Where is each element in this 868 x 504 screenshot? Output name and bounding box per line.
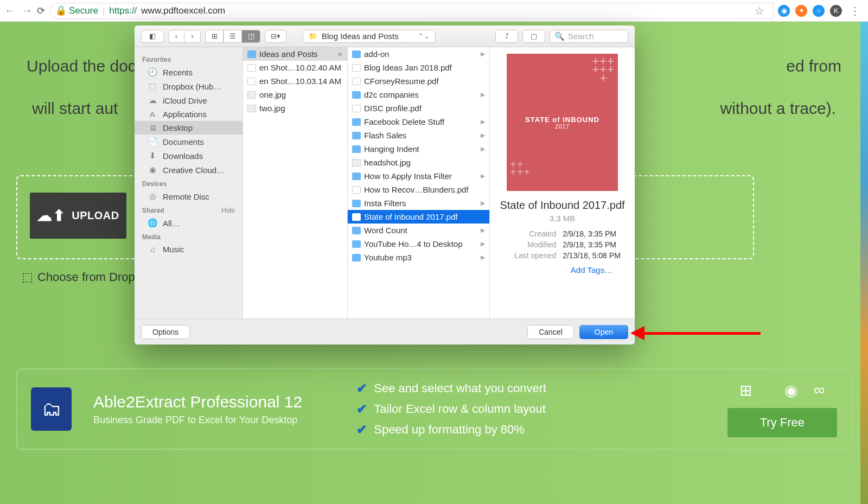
sidebar-item[interactable]: 🖥Desktop <box>135 121 242 135</box>
check-icon: ✔ <box>356 401 367 417</box>
file-row[interactable]: two.jpg <box>243 101 347 115</box>
ubuntu-icon: ◉ <box>784 381 797 399</box>
tags-button[interactable]: ▢ <box>522 30 545 43</box>
dropbox-icon: ⬚ <box>22 270 33 284</box>
sidebar-item[interactable]: 🌐All… <box>135 216 242 230</box>
forward-button[interactable]: → <box>22 4 33 17</box>
open-button[interactable]: Open <box>579 325 628 339</box>
file-row[interactable]: How to Recov…Blunders.pdf <box>348 183 489 196</box>
file-row[interactable]: How to Apply Insta Filter▶ <box>348 169 489 183</box>
sidebar-item[interactable]: ◎Remote Disc <box>135 189 242 203</box>
ext-icon-2[interactable]: ✦ <box>795 5 807 17</box>
file-label: State of Inbound 2017.pdf <box>364 212 458 221</box>
file-label: Insta Filters <box>364 199 406 208</box>
file-row[interactable]: Insta Filters▶ <box>348 196 489 210</box>
meta-key: Created <box>504 229 556 238</box>
browser-menu-icon[interactable]: ⋮ <box>846 4 864 17</box>
cancel-button[interactable]: Cancel <box>527 325 574 339</box>
url-protocol: https:// <box>109 5 137 16</box>
sidebar-item-icon: ⬚ <box>148 81 157 91</box>
file-row[interactable]: Flash Sales▶ <box>348 129 489 142</box>
search-input[interactable]: 🔍 Search <box>550 30 628 43</box>
arrange-button[interactable]: ⊟▾ <box>265 30 286 43</box>
file-row[interactable]: Blog Ideas Jan 2018.pdf <box>348 61 489 74</box>
sidebar-item-label: Recents <box>163 68 193 77</box>
file-label: YouTube Ho…4 to Desktop <box>364 239 463 248</box>
file-row[interactable]: Word Count▶ <box>348 224 489 237</box>
file-label: add-on <box>364 49 390 59</box>
reload-button[interactable]: ⟳ <box>37 5 45 17</box>
add-tags-link[interactable]: Add Tags… <box>571 265 612 275</box>
jpg-icon <box>352 159 361 167</box>
sidebar-section-head: Favorites <box>142 56 171 63</box>
file-column-1: Ideas and Posts ▶ en Shot…10.02.40 AMen … <box>243 47 348 318</box>
preview-filesize: 3.3 MB <box>550 214 576 223</box>
file-label: Blog Ideas Jan 2018.pdf <box>364 63 452 72</box>
folder-icon <box>352 227 361 234</box>
ext-icon-3[interactable]: ○ <box>813 5 825 17</box>
file-row[interactable]: d2c companies▶ <box>348 88 489 101</box>
file-row[interactable]: CForseyResume.pdf <box>348 74 489 88</box>
bookmark-icon[interactable]: ☆ <box>755 4 764 17</box>
sidebar-item[interactable]: ◉Creative Cloud… <box>135 163 242 177</box>
file-row[interactable]: add-on▶ <box>348 47 489 61</box>
sidebar-item[interactable]: 🕘Recents <box>135 65 242 79</box>
file-row[interactable]: headshot.jpg <box>348 156 489 169</box>
sidebar-hide-link[interactable]: Hide <box>221 207 235 214</box>
forward-button[interactable]: › <box>184 30 201 43</box>
file-label: one.jpg <box>259 90 286 99</box>
path-dropdown[interactable]: 📁 Blog Ideas and Posts ⌃⌄ <box>303 30 436 43</box>
sidebar-item[interactable]: ♫Music <box>135 243 242 256</box>
file-row[interactable]: DISC profile.pdf <box>348 101 489 115</box>
chevron-right-icon: ▶ <box>339 50 343 58</box>
icon-view-button[interactable]: ⊞ <box>205 30 224 43</box>
file-label: CForseyResume.pdf <box>364 76 439 86</box>
try-free-button[interactable]: Try Free <box>727 408 837 437</box>
search-placeholder: Search <box>568 31 594 41</box>
upload-button[interactable]: ☁⬆ UPLOAD <box>30 193 126 239</box>
sidebar-item[interactable]: 📄Documents <box>135 135 242 149</box>
back-button[interactable]: ← <box>4 4 15 17</box>
file-row[interactable]: Hanging Indent▶ <box>348 142 489 156</box>
promo-subtitle: Business Grade PDF to Excel for Your Des… <box>93 414 302 426</box>
meta-value: 2/13/18, 5:08 PM <box>563 251 621 260</box>
sidebar-item[interactable]: AApplications <box>135 107 242 121</box>
file-row[interactable]: one.jpg <box>243 88 347 101</box>
sidebar-item[interactable]: ⬇Downloads <box>135 149 242 163</box>
share-button[interactable]: ⤴ <box>495 30 518 43</box>
chevron-right-icon: ▶ <box>481 173 485 180</box>
sidebar-item[interactable]: ☁iCloud Drive <box>135 93 242 107</box>
sidebar-item[interactable]: ⬚Dropbox (Hub… <box>135 79 242 93</box>
pdf-icon <box>247 64 256 72</box>
options-button[interactable]: Options <box>141 325 190 339</box>
address-bar[interactable]: 🔒 Secure | https://www.pdftoexcel.com ☆ <box>49 3 774 19</box>
check-icon: ✔ <box>356 422 367 437</box>
file-label: DISC profile.pdf <box>364 104 422 113</box>
file-row[interactable]: State of Inbound 2017.pdf <box>348 210 489 224</box>
ext-icon-4[interactable]: K <box>830 5 842 17</box>
ext-icon-1[interactable]: ◉ <box>778 5 790 17</box>
column-view-button[interactable]: ◫ <box>242 30 260 43</box>
file-row[interactable]: en Shot…10.03.14 AM <box>243 74 347 88</box>
file-row[interactable]: Facebook Delete Stuff▶ <box>348 115 489 129</box>
promo-feature-2: Tailor Excel row & column layout <box>374 402 546 416</box>
list-view-button[interactable]: ☰ <box>224 30 242 43</box>
sidebar-section-head: Devices <box>142 180 167 188</box>
file-row[interactable]: Youtube mp3▶ <box>348 251 489 264</box>
sidebar-toggle-button[interactable]: ◧ <box>141 30 164 43</box>
sidebar-item-icon: 🌐 <box>148 218 157 228</box>
file-label: en Shot…10.03.14 AM <box>259 76 341 86</box>
file-row[interactable]: en Shot…10.02.40 AM <box>243 61 347 74</box>
chevron-right-icon: ▶ <box>481 91 485 98</box>
back-button[interactable]: ‹ <box>168 30 184 43</box>
folder-icon <box>352 118 361 126</box>
chevron-right-icon: ▶ <box>481 50 485 58</box>
file-row[interactable]: YouTube Ho…4 to Desktop▶ <box>348 237 489 251</box>
file-row[interactable]: Ideas and Posts ▶ <box>243 47 347 61</box>
url-host: www.pdftoexcel.com <box>141 5 225 16</box>
thumb-title: STATE of INBOUND <box>525 116 599 124</box>
sidebar-item-label: Documents <box>163 137 204 146</box>
sidebar-item-icon: ⬇ <box>148 151 157 161</box>
promo-title: Able2Extract Professional 12 <box>93 393 302 411</box>
promo-banner: 🗂 Able2Extract Professional 12 Business … <box>16 368 852 450</box>
